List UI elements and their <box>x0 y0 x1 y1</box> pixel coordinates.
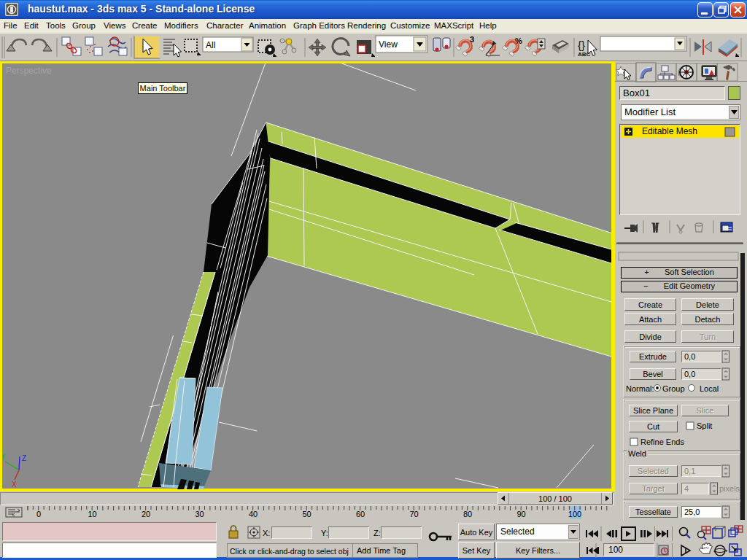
svg-text:%: % <box>515 36 522 45</box>
svg-text:All: All <box>206 40 215 50</box>
svg-text:20: 20 <box>142 510 150 518</box>
svg-text:0: 0 <box>36 510 41 518</box>
svg-text:70: 70 <box>409 510 418 518</box>
svg-text:80: 80 <box>463 510 472 518</box>
svg-text:Z: Z <box>22 454 26 462</box>
svg-text:X: X <box>12 481 17 489</box>
svg-text:30: 30 <box>195 510 204 518</box>
svg-text:{}: {} <box>578 39 585 51</box>
svg-text:40: 40 <box>249 510 258 518</box>
svg-text:3: 3 <box>470 35 474 44</box>
svg-text:100: 100 <box>568 510 581 518</box>
svg-text:View: View <box>379 39 398 50</box>
svg-text:90: 90 <box>516 510 525 518</box>
svg-text:60: 60 <box>356 510 365 518</box>
svg-text:50: 50 <box>302 510 311 518</box>
svg-text:10: 10 <box>88 510 96 518</box>
